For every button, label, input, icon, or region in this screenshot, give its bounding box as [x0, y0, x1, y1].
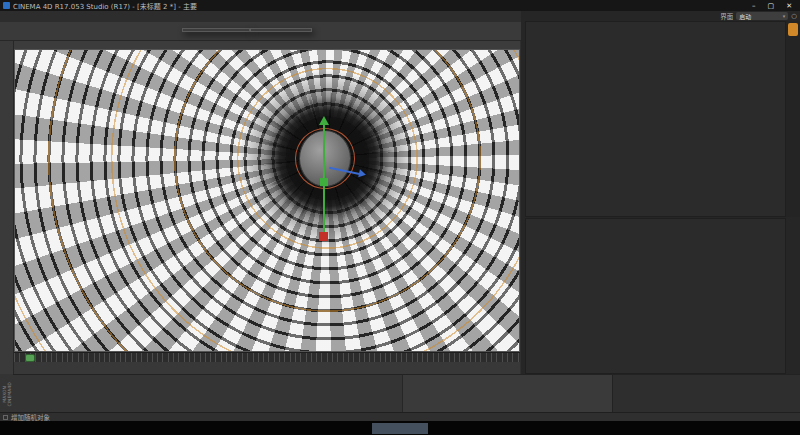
desktop-strip	[0, 421, 800, 435]
app-icon	[3, 2, 10, 9]
animation-toolbar	[14, 362, 520, 374]
bottom-right-panel	[612, 374, 800, 412]
object-manager-side-tabs	[786, 21, 800, 217]
mode-toolbar	[0, 41, 14, 374]
maximize-button[interactable]: ▢	[768, 2, 775, 10]
cinema4d-window: CINEMA 4D R17.053 Studio (R17) - [未标题 2 …	[0, 0, 800, 435]
viewport	[14, 41, 520, 352]
x-axis-knob[interactable]	[319, 232, 328, 241]
timeline-ruler[interactable]	[14, 352, 520, 362]
y-axis-arrow-icon	[319, 116, 329, 125]
search-icon[interactable]: ○	[791, 12, 797, 20]
maxon-logo: MAXONCINEMA4D	[0, 374, 13, 412]
attribute-manager	[525, 218, 786, 374]
interface-label: 界面	[720, 11, 733, 21]
status-bar: 增加随机对象	[0, 412, 800, 421]
taskbar-item[interactable]	[372, 423, 428, 434]
mograph-menu	[182, 28, 250, 32]
object-manager	[525, 21, 786, 217]
y-axis-knob[interactable]	[320, 178, 328, 186]
viewport-menu-bar	[14, 41, 520, 49]
window-title: CINEMA 4D R17.053 Studio (R17) - [未标题 2 …	[13, 1, 197, 11]
minimize-button[interactable]: –	[752, 2, 756, 10]
viewport-canvas[interactable]	[14, 49, 520, 352]
interface-select[interactable]: 启动▾	[736, 12, 788, 20]
material-manager	[0, 374, 402, 412]
dock-tab-icon[interactable]	[788, 23, 798, 36]
status-icon	[3, 415, 8, 420]
effector-submenu	[250, 28, 312, 32]
coordinates-manager	[402, 374, 612, 412]
title-bar: CINEMA 4D R17.053 Studio (R17) - [未标题 2 …	[0, 0, 800, 11]
close-button[interactable]: ✕	[786, 2, 792, 10]
timeline-playhead[interactable]	[25, 354, 35, 362]
right-dock: 界面 启动▾ ○	[521, 11, 800, 374]
interface-bar: 界面 启动▾ ○	[521, 11, 800, 21]
